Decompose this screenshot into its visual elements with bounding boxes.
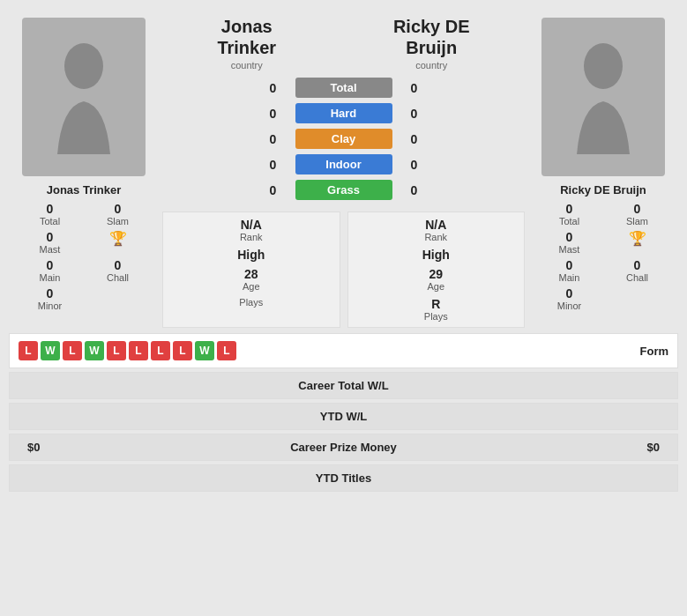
left-total-stat: 0 Total <box>18 202 82 226</box>
right-info-box: N/A Rank High 29 Age R Plays <box>347 212 526 328</box>
left-age-val: 28 <box>172 267 331 281</box>
right-slam-val: 0 <box>634 202 641 216</box>
grass-right-score: 0 <box>392 183 437 197</box>
left-trophy: 🏆 <box>86 230 150 255</box>
grass-row: 0 Grass 0 <box>159 180 528 200</box>
form-badge-w: W <box>41 341 60 360</box>
career-prize-header: $0 Career Prize Money $0 <box>10 434 677 460</box>
ytd-titles-row: YTD Titles <box>9 464 678 492</box>
form-badge-w: W <box>85 341 104 360</box>
left-minor-val: 0 <box>47 286 54 301</box>
right-player-avatar <box>541 18 665 176</box>
form-badge-l: L <box>151 341 170 360</box>
form-badge-l: L <box>63 341 82 360</box>
left-slam-label: Slam <box>107 216 129 226</box>
hard-row: 0 Hard 0 <box>159 103 528 123</box>
right-main-label: Main <box>559 272 580 283</box>
career-wl-row: Career Total W/L <box>9 372 678 399</box>
left-player-card: Jonas Trinker 0 Total 0 Slam 0 Mast 🏆 <box>9 9 159 333</box>
right-minor-label: Minor <box>557 301 582 311</box>
hard-right-score: 0 <box>392 107 437 121</box>
left-rank-label: Rank <box>172 232 331 242</box>
clay-left-score: 0 <box>251 132 295 146</box>
surfaces-section: 0 Total 0 0 Hard 0 0 Clay 0 0 <box>159 71 528 206</box>
right-minor-stat: 0 Minor <box>537 286 601 311</box>
form-badge-l: L <box>129 341 148 360</box>
clay-right-score: 0 <box>392 132 437 146</box>
total-row: 0 Total 0 <box>159 78 528 98</box>
left-mast-label: Mast <box>40 244 61 255</box>
right-chall-label: Chall <box>626 272 648 283</box>
right-main-val: 0 <box>566 258 573 272</box>
career-prize-row: $0 Career Prize Money $0 <box>9 434 678 461</box>
ytd-titles-header: YTD Titles <box>10 465 677 491</box>
left-mast-val: 0 <box>47 230 54 244</box>
right-slam-stat: 0 Slam <box>605 202 669 226</box>
right-player-card: Ricky DE Bruijn 0 Total 0 Slam 0 Mast 🏆 <box>528 9 678 333</box>
indoor-row: 0 Indoor 0 <box>159 154 528 174</box>
form-label: Form <box>640 345 669 358</box>
total-btn[interactable]: Total <box>295 78 392 98</box>
right-player-stats: 0 Total 0 Slam 0 Mast 🏆 0 Main <box>537 202 669 311</box>
right-player-header: Ricky DE Bruijn country <box>393 16 470 71</box>
form-badge-l: L <box>217 341 236 360</box>
left-trophy-icon: 🏆 <box>109 230 127 247</box>
career-prize-label: Career Prize Money <box>290 441 397 454</box>
right-flag: country <box>393 58 470 71</box>
right-flag-text: country <box>415 60 447 71</box>
right-total-stat: 0 Total <box>537 202 601 226</box>
right-plays-label: Plays <box>357 311 516 322</box>
left-info-box: N/A Rank High 28 Age Plays <box>162 212 340 328</box>
right-rank-val: N/A <box>357 218 516 232</box>
left-chall-val: 0 <box>115 258 122 272</box>
right-chall-val: 0 <box>634 258 641 272</box>
svg-point-0 <box>64 43 103 89</box>
left-player-header: Jonas Trinker country <box>217 16 276 71</box>
left-rank-val: N/A <box>172 218 331 232</box>
career-wl-header: Career Total W/L <box>10 373 677 398</box>
players-comparison: Jonas Trinker 0 Total 0 Slam 0 Mast 🏆 <box>9 9 678 333</box>
left-chall-stat: 0 Chall <box>86 258 150 283</box>
form-badge-w: W <box>195 341 214 360</box>
form-badge-l: L <box>173 341 192 360</box>
clay-row: 0 Clay 0 <box>159 129 528 149</box>
middle-info: N/A Rank High 28 Age Plays N/A Rank High… <box>159 206 528 333</box>
right-slam-label: Slam <box>626 216 648 226</box>
ytd-wl-row: YTD W/L <box>9 403 678 430</box>
right-trophy-icon: 🏆 <box>629 230 646 247</box>
form-badge-l: L <box>19 341 38 360</box>
left-minor-label: Minor <box>38 301 63 311</box>
svg-point-1 <box>584 43 623 89</box>
hard-btn[interactable]: Hard <box>295 103 392 123</box>
indoor-btn[interactable]: Indoor <box>295 154 392 174</box>
left-main-val: 0 <box>47 258 54 272</box>
left-player-name: Jonas Trinker <box>47 183 122 197</box>
left-age-label: Age <box>172 281 331 292</box>
names-row: Jonas Trinker country Ricky DE Bruijn co… <box>159 9 528 71</box>
left-player-stats: 0 Total 0 Slam 0 Mast 🏆 0 Main <box>18 202 150 311</box>
left-player-silhouette <box>49 40 119 154</box>
left-main-stat: 0 Main <box>18 258 82 283</box>
grass-btn[interactable]: Grass <box>295 180 392 200</box>
career-prize-right: $0 <box>647 441 660 454</box>
right-header-name: Ricky DE Bruijn <box>393 16 470 58</box>
left-flag-text: country <box>231 60 263 71</box>
indoor-left-score: 0 <box>251 158 295 172</box>
left-flag: country <box>217 58 276 71</box>
right-rank-label: Rank <box>357 232 516 242</box>
right-high-val: High <box>357 248 516 262</box>
form-badges: LWLWLLLLWL <box>19 341 236 360</box>
left-player-avatar <box>22 18 146 176</box>
total-left-score: 0 <box>251 81 295 95</box>
grass-left-score: 0 <box>251 183 295 197</box>
clay-btn[interactable]: Clay <box>295 129 392 149</box>
right-total-label: Total <box>559 216 579 226</box>
left-slam-stat: 0 Slam <box>86 202 150 226</box>
right-mast-val: 0 <box>566 230 573 244</box>
right-plays-val: R <box>357 297 516 311</box>
right-minor-val: 0 <box>566 286 573 301</box>
hard-left-score: 0 <box>251 107 295 121</box>
right-age-val: 29 <box>357 267 516 281</box>
left-high-val: High <box>172 248 331 262</box>
right-total-val: 0 <box>566 202 573 216</box>
